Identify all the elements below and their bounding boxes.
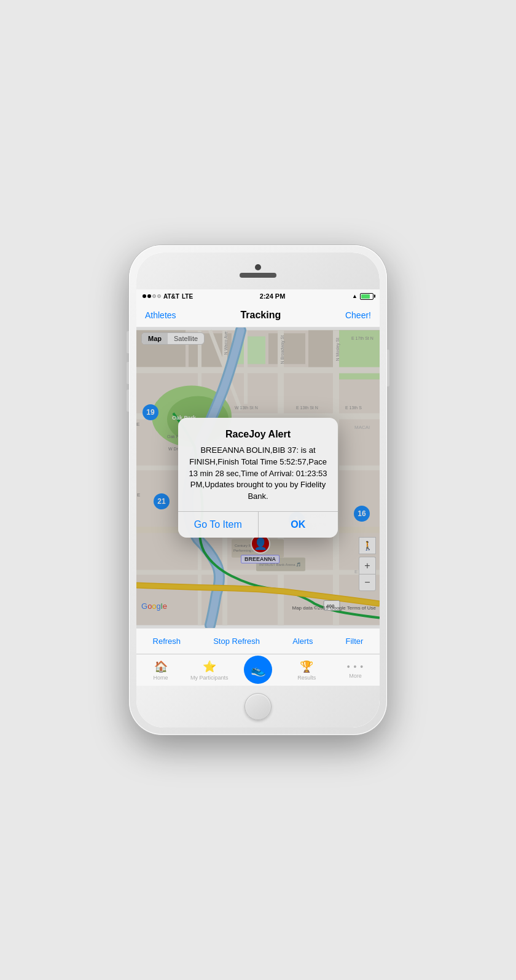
status-right: ▲ — [352, 293, 373, 300]
location-icon: ▲ — [352, 293, 358, 299]
page-title: Tracking — [240, 310, 281, 321]
app-screen: AT&T LTE 2:24 PM ▲ Athletes Tracking Che… — [136, 289, 380, 686]
tab-home[interactable]: 🏠 Home — [136, 654, 185, 686]
battery-indicator — [360, 293, 373, 300]
more-icon: • • • — [347, 662, 364, 672]
tab-more-label: More — [349, 673, 362, 679]
map-view[interactable]: Century II Performing Arts &... INTRUST … — [136, 327, 380, 628]
stop-refresh-button[interactable]: Stop Refresh — [211, 637, 262, 646]
phone-screen: AT&T LTE 2:24 PM ▲ Athletes Tracking Che… — [136, 253, 380, 727]
signal-dot-2 — [147, 294, 151, 298]
signal-strength — [143, 294, 161, 298]
tab-more[interactable]: • • • More — [331, 654, 380, 686]
battery-fill — [361, 294, 370, 299]
home-icon: 🏠 — [154, 660, 168, 673]
signal-dot-4 — [157, 294, 161, 298]
ok-button[interactable]: OK — [259, 512, 338, 538]
dialog-message: BREEANNA BOLIN,BIB 37: is at FINISH,Fini… — [188, 445, 328, 503]
tab-results-label: Results — [297, 675, 316, 681]
alerts-button[interactable]: Alerts — [290, 637, 315, 646]
tab-results[interactable]: 🏆 Results — [283, 654, 331, 686]
dialog-content: RaceJoy Alert BREEANNA BOLIN,BIB 37: is … — [178, 418, 338, 511]
signal-dot-1 — [143, 294, 146, 298]
tab-tracking[interactable]: 👟 — [233, 654, 282, 686]
trophy-icon: 🏆 — [300, 660, 313, 673]
tab-home-label: Home — [154, 675, 168, 681]
nav-bar: Athletes Tracking Cheer! — [136, 303, 380, 327]
tab-bar: 🏠 Home ⭐ My Participants 👟 🏆 Results • •… — [136, 654, 380, 686]
phone-bottom-hardware — [136, 686, 380, 727]
bottom-toolbar: Refresh Stop Refresh Alerts Filter — [136, 628, 380, 654]
phone-frame: AT&T LTE 2:24 PM ▲ Athletes Tracking Che… — [129, 245, 387, 735]
camera — [255, 264, 261, 270]
dialog-buttons: Go To Item OK — [178, 512, 338, 538]
network-label: LTE — [182, 293, 193, 300]
status-left: AT&T LTE — [143, 293, 193, 300]
status-time: 2:24 PM — [260, 292, 286, 300]
home-button[interactable] — [244, 693, 272, 720]
tab-my-racers[interactable]: ⭐ My Participants — [185, 654, 233, 686]
signal-dot-3 — [152, 294, 156, 298]
dialog-overlay: RaceJoy Alert BREEANNA BOLIN,BIB 37: is … — [136, 327, 380, 628]
alert-dialog: RaceJoy Alert BREEANNA BOLIN,BIB 37: is … — [178, 418, 338, 538]
star-icon: ⭐ — [203, 660, 216, 673]
cheer-button[interactable]: Cheer! — [345, 310, 371, 320]
speaker — [240, 273, 276, 278]
refresh-button[interactable]: Refresh — [150, 637, 184, 646]
tab-my-racers-label: My Participants — [190, 675, 229, 681]
carrier-label: AT&T — [163, 293, 179, 300]
dialog-title: RaceJoy Alert — [188, 429, 328, 440]
phone-top-hardware — [136, 253, 380, 289]
filter-button[interactable]: Filter — [343, 637, 366, 646]
status-bar: AT&T LTE 2:24 PM ▲ — [136, 289, 380, 303]
goto-item-button[interactable]: Go To Item — [178, 512, 259, 538]
back-button[interactable]: Athletes — [145, 310, 176, 320]
tracking-circle-icon: 👟 — [244, 656, 272, 684]
